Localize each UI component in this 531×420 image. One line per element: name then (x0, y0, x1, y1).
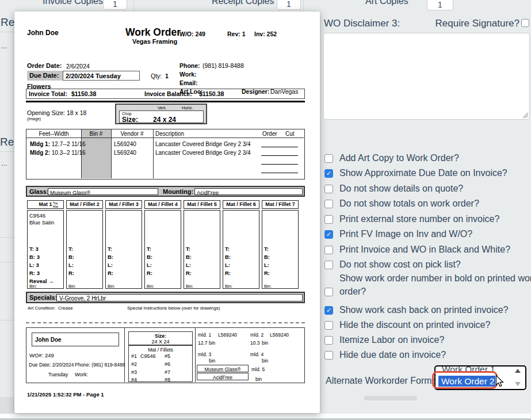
scroll-up-icon[interactable] (515, 369, 521, 373)
checkbox-label: Itemize Labor on invoice? (339, 335, 444, 345)
specials-band: Specials: V-Groove, 2 HrLbr (26, 292, 305, 303)
stub-glass-box: Museum Glass® (197, 365, 249, 372)
clipped-label-fragment: Re (0, 136, 14, 148)
checkbox-label: Show Approximate Due Date on Invoice? (339, 168, 507, 178)
mldg-desc: Lancaster Covered Bridge Grey 2 3/4 (155, 141, 251, 147)
wo-number-bold-checkbox[interactable] (324, 288, 333, 296)
option-row: Do not show cost on pick list? (324, 259, 461, 270)
clipped-ellipsis-fragment: ... (1, 159, 7, 167)
checkbox-label: Print FV Image on Inv and W/O? (339, 229, 472, 239)
col-description: Description (155, 131, 184, 137)
mat-header: Mat / Fillet 3 (105, 200, 142, 209)
due-date-value-cell: 2/20/2024 Tuesday (63, 71, 140, 81)
receipt-copies-input[interactable] (277, 0, 301, 10)
option-row: Add Art Copy to Work Order? (324, 152, 459, 164)
mat-header: Mat / Fillet 5 (184, 200, 220, 209)
listbox-option-selected[interactable]: Work Order 2 (438, 376, 495, 387)
stub-divider (195, 328, 196, 382)
mldg-vendor: L569240 (114, 141, 136, 147)
require-signature-checkbox[interactable] (521, 19, 529, 27)
hide-due-date-checkbox[interactable] (324, 351, 333, 360)
checkbox-label: Hide the discount on printed invoice? (339, 320, 490, 330)
show-approx-due-date-checkbox[interactable]: ✓ (324, 169, 333, 178)
stub-size-box: Size: 24 X 24 (128, 331, 193, 345)
moulding-table: Feet--Width Bin # Vendor # Description O… (26, 129, 305, 180)
work-order-preview: John Doe Work Order Vegas Framing W/O: 2… (14, 12, 320, 413)
work-label: Work: (179, 71, 197, 78)
stub-name-box: John Doe (32, 333, 119, 346)
special-instructions-note: Special Instructions below (over for dra… (127, 306, 220, 311)
col-feet-width: Feet--Width (26, 131, 81, 137)
option-row: Print external store number on invoice? (324, 213, 499, 225)
itemize-labor-checkbox[interactable] (324, 336, 333, 345)
option-row: ✓Print FV Image on Inv and W/O? (324, 228, 472, 240)
doc-footer-timestamp: 1/21/2025 1:52:32 PM - Page 1 (27, 391, 104, 398)
mat-header: Mat / Fillet 4 (144, 200, 181, 209)
mat-header: Mat / Fillet 7 (262, 200, 299, 209)
wo-disclaimer-textarea[interactable] (323, 33, 530, 120)
art-copies-label: Art Copies (365, 0, 408, 6)
write-in-line (261, 164, 298, 165)
print-store-number-checkbox[interactable] (324, 215, 333, 224)
print-bw-checkbox[interactable] (324, 246, 333, 254)
hide-discount-checkbox[interactable] (324, 321, 333, 330)
no-details-on-quote-checkbox[interactable] (324, 185, 333, 193)
write-in-line (261, 147, 298, 147)
checkbox-label: Do not show totals on work order? (339, 198, 479, 209)
horiz-label: Horiz. (182, 105, 193, 110)
write-in-line (261, 173, 298, 173)
workorder-format-listbox[interactable]: Work Order 1 Work Order 2 (434, 365, 526, 390)
print-fv-image-checkbox[interactable]: ✓ (324, 230, 333, 239)
stub-divider (124, 328, 125, 382)
due-date-label-cell: Due Date: (27, 71, 63, 81)
invoice-copies-input[interactable] (103, 0, 127, 10)
topbar-divider (133, 0, 134, 12)
option-row: Print Invoice and WO in Black and White? (324, 244, 510, 255)
listbox-option[interactable]: Work Order 1 (442, 365, 495, 375)
top-mat-note: Top Mat (53, 201, 62, 208)
checkbox-label: Do not show cost on pick list? (339, 259, 461, 270)
mldg-row: Mldg 2: 10.3--2 11/16 (30, 150, 86, 156)
topbar-divider (303, 0, 304, 12)
checkbox-label: Add Art Copy to Work Order? (339, 153, 459, 163)
mldg-vendor: L569240 (114, 150, 136, 156)
qty-label: Qty: (151, 72, 162, 79)
stub-due: Due Date: 2/20/2024 (29, 362, 74, 368)
doc-wo-number: W/O: 249 (179, 30, 205, 37)
chop-label: Chop (122, 112, 132, 116)
divider (0, 237, 14, 238)
divider (0, 32, 14, 32)
order-date-label: Order Date: (27, 62, 62, 69)
vert-label: Vert. (158, 105, 166, 110)
checkbox-label: Hide due date on invoice? (339, 350, 446, 360)
checkbox-label: Show work order number in bold on printe… (339, 272, 531, 298)
mounting-label: Mounting: (163, 188, 193, 195)
checkbox-label: Print Invoice and WO in Black and White? (339, 245, 510, 255)
size-label: Size: (122, 116, 138, 124)
invoice-total-value: $1150.38 (71, 90, 96, 97)
artloc-label: Art Loc: (179, 88, 203, 95)
doc-customer-name: John Doe (27, 29, 59, 37)
clipped-label-fragment: Re (1, 16, 14, 29)
glass-label: Glass: (29, 188, 49, 195)
art-copies-input[interactable] (427, 0, 453, 10)
resize-handle-icon[interactable] (522, 112, 529, 119)
write-in-line (261, 155, 298, 156)
mat-body: T:B:L:R:Bin: (262, 210, 299, 289)
no-totals-on-wo-checkbox[interactable] (324, 200, 333, 208)
doc-title: Work Order (125, 26, 181, 39)
glass-value-box: Museum Glass® (48, 188, 158, 196)
option-row: Hide due date on invoice? (324, 349, 446, 361)
show-cash-back-checkbox[interactable]: ✓ (324, 306, 333, 315)
no-cost-pick-list-checkbox[interactable] (324, 261, 333, 269)
opening-size: Opening Size: 18 x 18 (27, 109, 86, 116)
divider (0, 320, 14, 320)
section-edge (0, 397, 14, 414)
phone-label: Phone: (179, 62, 200, 69)
size-inner-box: Chop Size: 24 x 24 (119, 110, 204, 123)
scroll-down-icon[interactable] (515, 382, 521, 386)
add-art-copy-checkbox[interactable] (324, 154, 333, 163)
specials-value-box: V-Groove, 2 HrLbr (56, 294, 303, 301)
mldg-row: Mldg 1: 12.7--2 11/16 (30, 141, 86, 147)
section-edge-pill (364, 396, 417, 400)
